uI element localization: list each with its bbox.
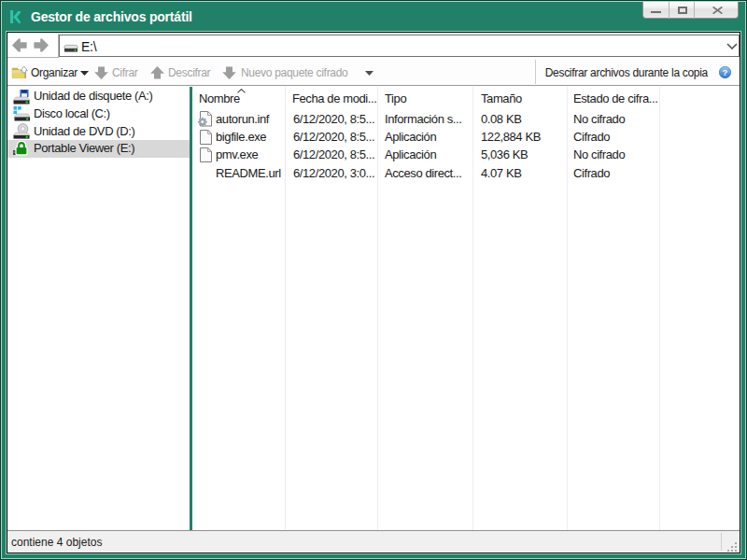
svg-text:?: ? bbox=[723, 67, 728, 77]
